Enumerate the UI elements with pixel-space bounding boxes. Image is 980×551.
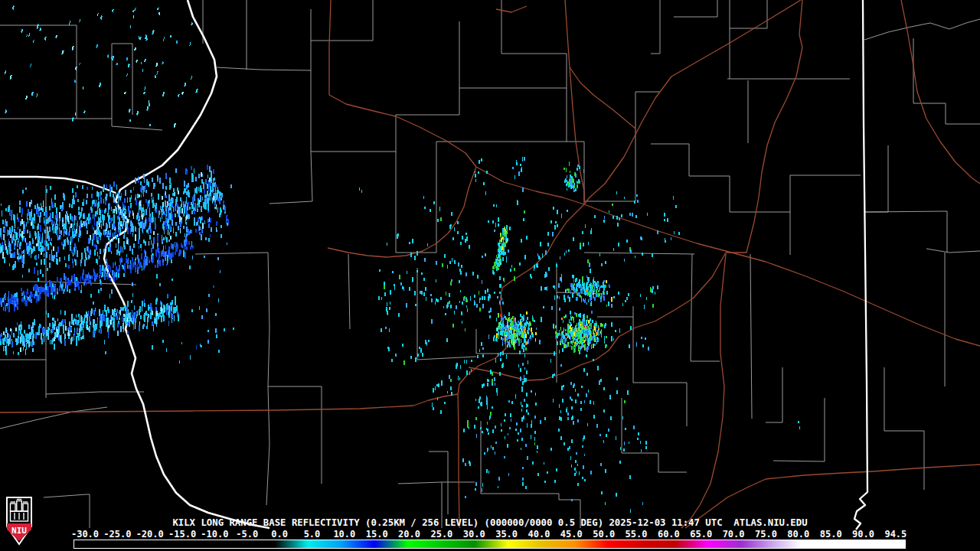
colorbar-tick: 0.0: [271, 529, 288, 540]
echo-cluster-south-bottom-specks: [462, 423, 643, 513]
echo-cluster-radar-spokes: [378, 157, 658, 445]
echo-cluster-south-far-spokes: [475, 368, 647, 492]
colorbar-tick: -25.0: [103, 529, 131, 540]
colorbar-tick: 25.0: [430, 529, 452, 540]
echo-cluster-nw-flurries: [5, 5, 198, 127]
radar-viewer: NIU KILX LONG RANGE BASE REFLECTIVITY (0…: [0, 0, 980, 551]
product-title: KILX LONG RANGE BASE REFLECTIVITY (0.25K…: [0, 517, 980, 528]
colorbar-tick: 70.0: [723, 529, 745, 540]
echo-cluster-band-upper: [0, 165, 229, 278]
colorbar-tick: 50.0: [593, 529, 615, 540]
colorbar-tick: 90.0: [852, 529, 874, 540]
radar-echoes: [0, 5, 800, 512]
colorbar-tick: 60.0: [658, 529, 680, 540]
colorbar-tick: 45.0: [560, 529, 583, 540]
colorbar-tick: -10.0: [201, 529, 228, 540]
reflectivity-colorbar: [74, 540, 906, 549]
colorbar-tick: 85.0: [820, 529, 842, 540]
colorbar-tick: -5.0: [236, 529, 258, 540]
colorbar-tick: 10.0: [333, 529, 355, 540]
colorbar-tick: 80.0: [787, 529, 809, 540]
colorbar-tick: 35.0: [495, 529, 518, 540]
colorbar-tick: 40.0: [528, 529, 550, 540]
colorbar-tick: 94.5: [884, 529, 906, 540]
colorbar-tick: 55.0: [626, 529, 648, 540]
echo-cluster-far-east-specks: [612, 194, 680, 257]
state-lines: [0, 0, 867, 530]
echo-cluster-south-cell: [495, 311, 537, 349]
echo-cluster-north-cell: [564, 174, 581, 193]
echo-cluster-east-cell: [559, 275, 615, 303]
colorbar-tick: 75.0: [755, 529, 777, 540]
colorbar-tick: -15.0: [168, 529, 196, 540]
echo-cluster-lone-speck-se: [798, 421, 800, 429]
colorbar-tick: 20.0: [398, 529, 420, 540]
colorbar-tick: -30.0: [71, 529, 99, 540]
radar-map: [0, 0, 980, 551]
colorbar-tick-labels: -30.0-25.0-20.0-15.0-10.0-5.00.05.010.01…: [0, 529, 980, 539]
echo-cluster-lone-speck-center: [359, 187, 362, 193]
colorbar-tick: 15.0: [366, 529, 388, 540]
colorbar-tick: 5.0: [304, 529, 321, 540]
colorbar-tick: -20.0: [136, 529, 164, 540]
echo-cluster-nw-flurries-east: [124, 30, 192, 126]
colorbar-tick: 30.0: [463, 529, 485, 540]
colorbar-tick: 65.0: [690, 529, 712, 540]
